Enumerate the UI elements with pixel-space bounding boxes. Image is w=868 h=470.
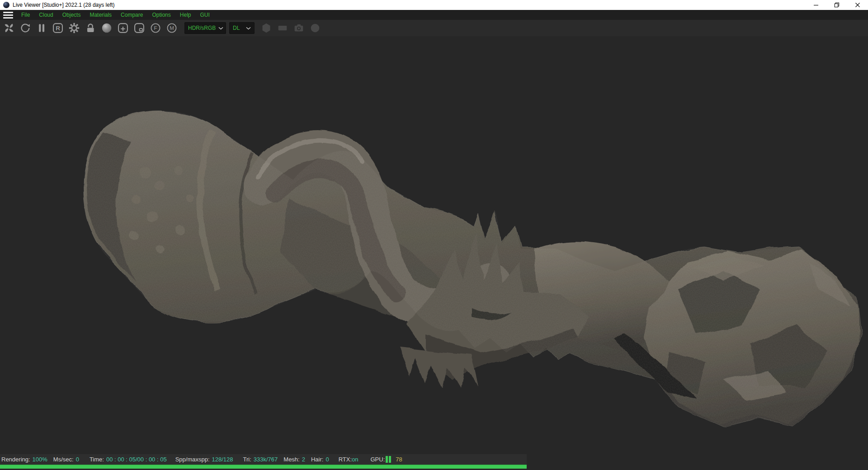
add-region-button[interactable] (115, 21, 131, 35)
settings-button[interactable] (66, 21, 82, 35)
pick-focus-button[interactable]: F (147, 21, 164, 35)
hexagon-button (258, 21, 274, 35)
octane-logo-icon (3, 2, 9, 8)
f-circle-icon: F (149, 22, 162, 34)
refresh-button[interactable] (17, 21, 33, 35)
status-gpu: GPU: 78 (371, 456, 402, 463)
rectangle-icon (276, 22, 289, 34)
circle-button (307, 21, 323, 35)
rectangle-button (274, 21, 291, 35)
close-icon (855, 2, 860, 8)
chevron-down-icon (246, 27, 251, 30)
render-viewport[interactable]: Rendering: 100% Ms/sec: 0 Time: 00 : 00 … (0, 36, 868, 470)
svg-text:M: M (170, 25, 174, 31)
toolbar: R (0, 20, 868, 36)
restore-button[interactable] (826, 0, 847, 10)
menu-item-options[interactable]: Options (147, 11, 175, 19)
minimize-button[interactable] (806, 0, 826, 10)
restore-icon (834, 2, 840, 8)
refresh-icon (19, 22, 32, 34)
region-r-icon: R (52, 22, 64, 34)
pause-icon (35, 22, 48, 34)
render-progress-bar (0, 465, 527, 469)
menu-item-compare[interactable]: Compare (116, 11, 147, 19)
menu-item-materials[interactable]: Materials (85, 11, 116, 19)
response-curve-value: HDR/sRGB (188, 25, 216, 31)
menu-item-gui[interactable]: GUI (195, 11, 214, 19)
gpu-meter-bars (386, 456, 391, 463)
chevron-down-icon (218, 27, 223, 30)
sub-box-icon (133, 22, 146, 34)
svg-text:F: F (154, 25, 157, 31)
sphere-icon (100, 22, 113, 34)
fan-button[interactable] (1, 21, 17, 35)
status-time: Time: 00 : 00 : 05/00 : 00 : 05 (90, 456, 167, 463)
sub-window-button[interactable] (131, 21, 147, 35)
menu-item-cloud[interactable]: Cloud (34, 11, 57, 19)
unlock-icon (84, 22, 97, 34)
status-bar: Rendering: 100% Ms/sec: 0 Time: 00 : 00 … (0, 454, 527, 465)
pause-button[interactable] (33, 21, 50, 35)
render-kernel-dropdown[interactable]: DL (229, 22, 255, 34)
region-render-button[interactable]: R (50, 21, 66, 35)
camera-button (291, 21, 307, 35)
status-tri: Tri: 333k/767 (243, 456, 278, 463)
status-mesh: Mesh: 2 (283, 456, 305, 463)
status-rendering: Rendering: 100% (1, 456, 47, 463)
gpu-value: 78 (396, 456, 402, 463)
status-hair: Hair: 0 (311, 456, 329, 463)
status-spp: Spp/maxspp: 128/128 (175, 456, 233, 463)
menu-item-help[interactable]: Help (175, 11, 196, 19)
lock-resolution-button[interactable] (82, 21, 99, 35)
dragon-pillar-render (0, 36, 868, 470)
gear-icon (68, 22, 80, 34)
close-button[interactable] (847, 0, 868, 10)
response-curve-dropdown[interactable]: HDR/sRGB (184, 22, 226, 34)
fan-icon (3, 22, 15, 34)
pick-material-button[interactable]: M (164, 21, 180, 35)
window-title: Live Viewer [Studio+] 2022.1 (28 days le… (13, 2, 806, 8)
menu-item-file[interactable]: File (17, 11, 34, 19)
svg-text:R: R (56, 25, 60, 32)
menubar: File Cloud Objects Materials Compare Opt… (0, 10, 868, 20)
status-ms-sec: Ms/sec: 0 (53, 456, 79, 463)
m-circle-icon: M (165, 22, 178, 34)
camera-icon (292, 22, 305, 34)
hamburger-menu-icon[interactable] (3, 12, 13, 19)
material-ball-button[interactable] (99, 21, 115, 35)
menu-item-objects[interactable]: Objects (58, 11, 85, 19)
hexagon-icon (260, 22, 273, 34)
minimize-icon (813, 2, 819, 8)
titlebar: Live Viewer [Studio+] 2022.1 (28 days le… (0, 0, 868, 10)
window-controls (806, 0, 868, 10)
status-rtx: RTX: on (339, 456, 359, 463)
render-kernel-value: DL (233, 25, 240, 31)
circle-icon (309, 22, 321, 34)
add-box-icon (117, 22, 129, 34)
